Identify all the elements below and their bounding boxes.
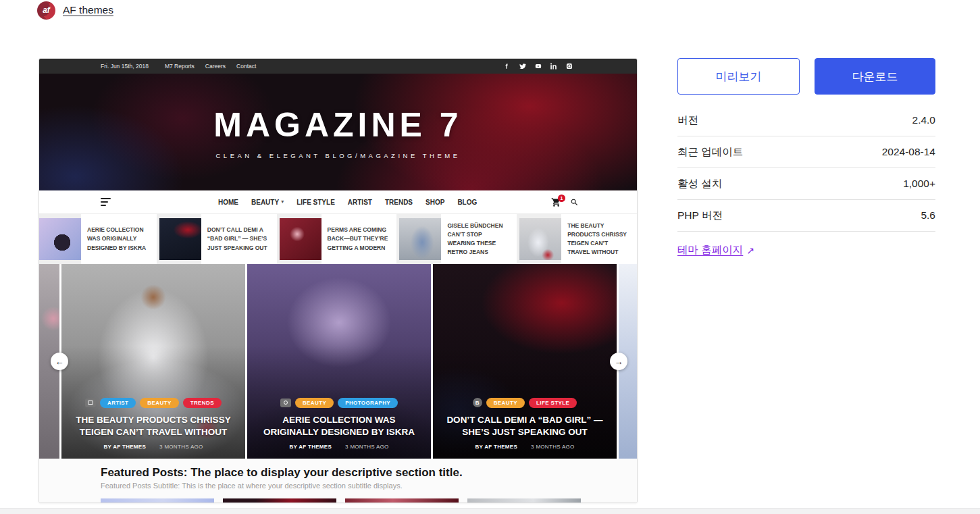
featured-grid-thumb[interactable]: [101, 498, 214, 503]
ticker-title: AERIE COLLECTION WAS ORIGINALLY DESIGNED…: [87, 226, 151, 253]
featured-slide-1[interactable]: ARTIST BEAUTY TRENDS THE BEAUTY PRODUCTS…: [61, 264, 245, 459]
ticker-thumbnail: [519, 218, 561, 260]
af-themes-logo-icon[interactable]: af: [37, 1, 55, 20]
site-tagline: CLEAN & ELEGANT BLOG/MAGAZINE THEME: [216, 152, 461, 159]
preview-button[interactable]: 미리보기: [677, 58, 800, 95]
ticker-title: THE BEAUTY PRODUCTS CHRISSY TEIGEN CAN’T…: [567, 222, 631, 257]
category-tag-artist[interactable]: ARTIST: [100, 398, 136, 408]
topbar-menu-careers[interactable]: Careers: [205, 63, 226, 70]
post-title[interactable]: DON’T CALL DEMI A “BAD GIRL” — SHE’S JUS…: [442, 414, 607, 438]
nav-item-beauty[interactable]: BEAUTY▾: [251, 199, 284, 206]
theme-homepage-link[interactable]: 테마 홈페이지: [677, 243, 743, 257]
post-title[interactable]: THE BEAUTY PRODUCTS CHRISSY TEIGEN CAN’T…: [71, 414, 236, 438]
page-bottom-strip: [0, 508, 980, 514]
ticker-title: DON’T CALL DEMI A “BAD GIRL” — SHE’S JUS…: [207, 226, 271, 253]
menu-toggle-icon[interactable]: [101, 198, 111, 206]
ticker-item[interactable]: THE BEAUTY PRODUCTS CHRISSY TEIGEN CAN’T…: [519, 214, 637, 264]
external-link-icon: ↗: [746, 245, 754, 256]
chevron-down-icon: ▾: [281, 199, 284, 205]
topbar-menu-contact[interactable]: Contact: [236, 63, 256, 70]
featured-section-subtitle: Featured Posts Subtitle: This is the pla…: [101, 482, 623, 490]
nav-item-shop[interactable]: SHOP: [425, 199, 444, 206]
download-button[interactable]: 다운로드: [815, 58, 935, 95]
post-author[interactable]: BY AF THEMES: [475, 444, 517, 450]
featured-grid-thumb[interactable]: [223, 498, 336, 503]
cart-count-badge: 1: [558, 195, 565, 202]
ticker-title: GISELE BÜNDCHEN CAN’T STOP WEARING THESE…: [447, 222, 511, 257]
meta-value: 5.6: [921, 209, 935, 222]
ticker-title: PERMS ARE COMING BACK—BUT THEY’RE GETTIN…: [328, 226, 391, 253]
nav-menu: HOME BEAUTY▾ LIFE STYLE ARTIST TRENDS SH…: [218, 199, 477, 206]
search-icon[interactable]: [570, 198, 579, 207]
category-tag-life-style[interactable]: LIFE STYLE: [529, 398, 577, 408]
preview-topbar: Fri. Jun 15th, 2018 M7 Reports Careers C…: [39, 59, 637, 74]
topbar-social-icons: [504, 63, 637, 70]
meta-value: 2.4.0: [912, 114, 935, 126]
slider-next-button[interactable]: →: [610, 353, 627, 370]
featured-grid-thumb[interactable]: [345, 498, 459, 503]
site-header: af AF themes: [37, 1, 113, 20]
category-tag-photography[interactable]: PHOTOGRAPHY: [338, 398, 398, 408]
theme-meta-table: 버전 2.4.0 최근 업데이트 2024-08-14 활성 설치 1,000+…: [677, 105, 935, 257]
theme-details-panel: 미리보기 다운로드 버전 2.4.0 최근 업데이트 2024-08-14 활성…: [677, 58, 935, 257]
category-tag-beauty[interactable]: BEAUTY: [295, 398, 334, 408]
post-author[interactable]: BY AF THEMES: [289, 444, 332, 450]
youtube-icon[interactable]: [535, 63, 542, 70]
camera-format-icon: [280, 399, 291, 407]
post-date: 3 MONTHS AGO: [531, 444, 575, 450]
topbar-date: Fri. Jun 15th, 2018: [101, 63, 149, 70]
featured-section-header: Featured Posts: The place to display you…: [39, 459, 637, 498]
slider-prev-button[interactable]: ←: [51, 353, 68, 370]
meta-label: 활성 설치: [677, 177, 722, 191]
ticker-item[interactable]: AERIE COLLECTION WAS ORIGINALLY DESIGNED…: [39, 214, 157, 264]
ticker-item[interactable]: DON’T CALL DEMI A “BAD GIRL” — SHE’S JUS…: [159, 214, 277, 264]
meta-label: PHP 버전: [677, 209, 723, 223]
cart-icon[interactable]: 1: [551, 197, 561, 207]
category-tag-beauty[interactable]: BEAUTY: [486, 398, 525, 408]
post-date: 3 MONTHS AGO: [345, 444, 389, 450]
featured-slide-3[interactable]: B BEAUTY LIFE STYLE DON’T CALL DEMI A “B…: [433, 264, 617, 459]
featured-grid-thumb[interactable]: [467, 498, 581, 503]
gallery-format-icon: [85, 399, 96, 407]
avatar-format-icon: B: [473, 398, 482, 407]
topbar-menu-m7-reports[interactable]: M7 Reports: [165, 63, 195, 70]
ticker-item[interactable]: PERMS ARE COMING BACK—BUT THEY’RE GETTIN…: [280, 214, 397, 264]
featured-posts-slider: ARTIST BEAUTY TRENDS THE BEAUTY PRODUCTS…: [39, 264, 637, 459]
meta-label: 버전: [677, 113, 698, 128]
facebook-icon[interactable]: [504, 63, 511, 70]
meta-row-active-installs: 활성 설치 1,000+: [677, 168, 935, 200]
ticker-thumbnail: [280, 218, 321, 260]
site-title[interactable]: MAGAZINE 7: [213, 105, 462, 145]
nav-item-life-style[interactable]: LIFE STYLE: [296, 199, 335, 206]
meta-label: 최근 업데이트: [677, 145, 743, 159]
ticker-thumbnail: [39, 218, 81, 260]
ticker-item[interactable]: GISELE BÜNDCHEN CAN’T STOP WEARING THESE…: [399, 214, 517, 264]
nav-item-trends[interactable]: TRENDS: [385, 199, 413, 206]
featured-slide-2[interactable]: BEAUTY PHOTOGRAPHY AERIE COLLECTION WAS …: [247, 264, 431, 459]
meta-row-version: 버전 2.4.0: [677, 105, 935, 136]
ticker-thumbnail: [159, 218, 201, 260]
instagram-icon[interactable]: [566, 63, 573, 70]
main-navigation: HOME BEAUTY▾ LIFE STYLE ARTIST TRENDS SH…: [39, 190, 637, 214]
meta-row-php-version: PHP 버전 5.6: [677, 200, 935, 232]
theme-preview-screenshot: Fri. Jun 15th, 2018 M7 Reports Careers C…: [38, 58, 638, 503]
news-ticker: AERIE COLLECTION WAS ORIGINALLY DESIGNED…: [39, 214, 637, 264]
featured-grid-row: [39, 498, 637, 503]
meta-value: 1,000+: [903, 178, 935, 190]
post-date: 3 MONTHS AGO: [159, 444, 203, 450]
twitter-icon[interactable]: [519, 63, 526, 70]
featured-section-title: Featured Posts: The place to display you…: [101, 466, 623, 480]
meta-row-last-updated: 최근 업데이트 2024-08-14: [677, 136, 935, 168]
nav-item-home[interactable]: HOME: [218, 199, 238, 206]
category-tag-trends[interactable]: TRENDS: [183, 398, 222, 408]
category-tag-beauty[interactable]: BEAUTY: [140, 398, 178, 408]
nav-item-blog[interactable]: BLOG: [457, 199, 477, 206]
hero-banner: MAGAZINE 7 CLEAN & ELEGANT BLOG/MAGAZINE…: [39, 74, 637, 190]
linkedin-icon[interactable]: [550, 63, 557, 70]
post-title[interactable]: AERIE COLLECTION WAS ORIGINALLY DESIGNED…: [257, 414, 421, 438]
af-themes-link[interactable]: AF themes: [63, 4, 113, 16]
nav-item-artist[interactable]: ARTIST: [348, 199, 372, 206]
topbar-menu: M7 Reports Careers Contact: [165, 63, 256, 70]
nav-utility-icons: 1: [551, 197, 579, 207]
post-author[interactable]: BY AF THEMES: [103, 444, 146, 450]
